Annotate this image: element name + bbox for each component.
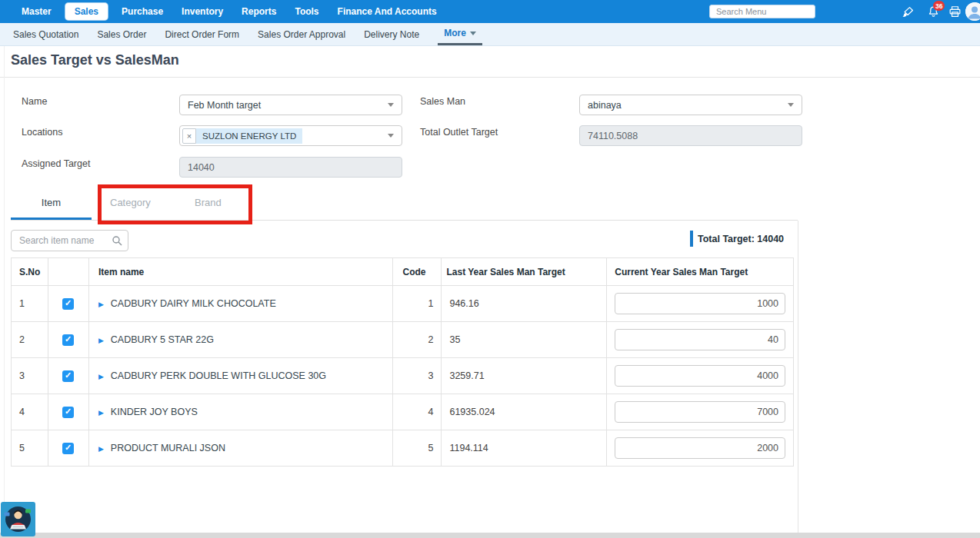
table-row: 5 PRODUCT MURALI JSON 5 1194.114 [12, 430, 794, 467]
row-checkbox[interactable] [62, 407, 74, 418]
total-target: Total Target: 14040 [690, 231, 784, 247]
current-year-target-input[interactable] [615, 365, 785, 387]
header-current-year-target: Current Year Sales Man Target [607, 258, 794, 286]
name-label: Name [22, 96, 47, 107]
row-code: 5 [393, 430, 442, 467]
subnav-items: Sales Quotation Sales Order Direct Order… [0, 23, 482, 45]
row-checkbox[interactable] [62, 334, 74, 346]
name-select[interactable]: Feb Month target [179, 95, 402, 115]
chevron-down-icon [788, 103, 794, 107]
content-left-border [4, 46, 5, 533]
row-last-year-target: 946.16 [442, 286, 607, 322]
row-checkbox[interactable] [62, 443, 74, 454]
table-row: 2 CADBURY 5 STAR 22G 2 35 [12, 322, 794, 358]
header-sno: S.No [12, 258, 48, 286]
header-item-name: Item name [88, 258, 393, 286]
chevron-down-icon [388, 134, 394, 138]
table-row: 3 CADBURY PERK DOUBLE WITH GLUCOSE 30G 3… [12, 358, 794, 394]
bottom-scrollbar-track[interactable] [0, 533, 980, 538]
app-window: Master Sales Purchase Inventory Reports … [0, 0, 980, 538]
total-outlet-target-field: 74110.5088 [579, 125, 802, 146]
expand-caret-icon[interactable] [98, 445, 104, 453]
current-year-target-input[interactable] [615, 329, 785, 350]
header-code: Code [393, 258, 442, 286]
row-last-year-target: 1194.114 [442, 430, 607, 467]
row-sno: 4 [12, 394, 48, 430]
printer-icon[interactable] [946, 3, 963, 20]
salesman-select-value: abinaya [588, 100, 622, 111]
name-select-value: Feb Month target [188, 100, 261, 111]
items-table: S.No Item name Code Last Year Sales Man … [11, 257, 794, 467]
user-avatar[interactable] [965, 2, 980, 21]
chevron-down-icon [388, 103, 394, 107]
subnav-item-sales-quotation[interactable]: Sales Quotation [13, 23, 78, 45]
locations-multiselect[interactable]: × SUZLON ENERGY LTD [179, 125, 402, 146]
total-target-text: Total Target: 14040 [698, 234, 784, 244]
subnav-item-delivery-note[interactable]: Delivery Note [364, 23, 419, 45]
top-navbar: Master Sales Purchase Inventory Reports … [0, 0, 980, 23]
table-row: 4 KINDER JOY BOYS 4 61935.024 [12, 394, 794, 430]
title-divider [0, 77, 980, 78]
row-sno: 3 [12, 358, 48, 394]
menu-item-tools[interactable]: Tools [290, 3, 323, 20]
tab-item[interactable]: Item [11, 197, 92, 208]
expand-caret-icon[interactable] [98, 337, 104, 344]
content-right-border [798, 221, 798, 533]
menu-item-master[interactable]: Master [17, 3, 56, 20]
item-name: CADBURY 5 STAR 22G [111, 334, 214, 345]
active-tab-underline [11, 218, 92, 220]
more-label: More [444, 28, 466, 38]
row-last-year-target: 3259.71 [442, 358, 607, 394]
row-checkbox[interactable] [62, 370, 74, 382]
menu-item-finance-and-accounts[interactable]: Finance And Accounts [333, 3, 442, 20]
notification-count-badge: 36 [933, 1, 945, 11]
item-search [11, 230, 128, 251]
assigned-target-value: 14040 [188, 162, 215, 173]
menu-item-sales[interactable]: Sales [65, 3, 108, 20]
header-last-year-target: Last Year Sales Man Target [442, 258, 607, 286]
locations-label: Locations [22, 127, 63, 138]
row-last-year-target: 35 [442, 322, 607, 358]
item-name: KINDER JOY BOYS [111, 407, 198, 417]
expand-caret-icon[interactable] [98, 373, 104, 380]
theme-brush-icon[interactable] [899, 3, 916, 20]
total-target-accent-bar [690, 231, 693, 247]
menu-item-reports[interactable]: Reports [237, 3, 281, 20]
page-title: Sales Target vs SalesMan [11, 52, 179, 68]
row-code: 4 [393, 394, 442, 430]
subnav-item-more[interactable]: More [438, 23, 482, 45]
row-checkbox[interactable] [62, 298, 74, 310]
current-year-target-input[interactable] [615, 437, 785, 459]
row-code: 3 [393, 358, 442, 394]
row-sno: 5 [12, 430, 48, 467]
location-tag-label: SUZLON ENERGY LTD [196, 128, 302, 144]
item-name: CADBURY DAIRY MILK CHOCOLATE [111, 298, 276, 309]
menu-item-purchase[interactable]: Purchase [117, 3, 168, 20]
subnav-item-sales-order[interactable]: Sales Order [97, 23, 146, 45]
menu-search-input[interactable] [709, 5, 815, 18]
current-year-target-input[interactable] [615, 401, 785, 423]
assigned-target-label: Assigned Target [22, 158, 90, 169]
row-sno: 2 [12, 322, 48, 358]
red-highlight-annotation [98, 184, 252, 224]
subnav-item-direct-order-form[interactable]: Direct Order Form [165, 23, 239, 45]
current-year-target-input[interactable] [615, 293, 785, 314]
subnav-item-sales-order-approval[interactable]: Sales Order Approval [258, 23, 345, 45]
remove-tag-icon[interactable]: × [182, 128, 196, 144]
row-code: 1 [393, 286, 442, 322]
item-name: CADBURY PERK DOUBLE WITH GLUCOSE 30G [111, 370, 326, 381]
expand-caret-icon[interactable] [98, 409, 104, 417]
search-icon[interactable] [112, 235, 122, 246]
total-outlet-target-label: Total Outlet Target [420, 127, 498, 138]
location-tag: × SUZLON ENERGY LTD [182, 128, 302, 144]
chevron-down-icon [470, 32, 476, 35]
expand-caret-icon[interactable] [98, 301, 104, 308]
assigned-target-field: 14040 [179, 157, 402, 178]
salesman-label: Sales Man [420, 96, 465, 107]
row-code: 2 [393, 322, 442, 358]
support-chat-widget[interactable] [1, 502, 35, 536]
row-last-year-target: 61935.024 [442, 394, 607, 430]
table-header-row: S.No Item name Code Last Year Sales Man … [12, 258, 794, 286]
menu-item-inventory[interactable]: Inventory [177, 3, 228, 20]
salesman-select[interactable]: abinaya [579, 95, 802, 115]
